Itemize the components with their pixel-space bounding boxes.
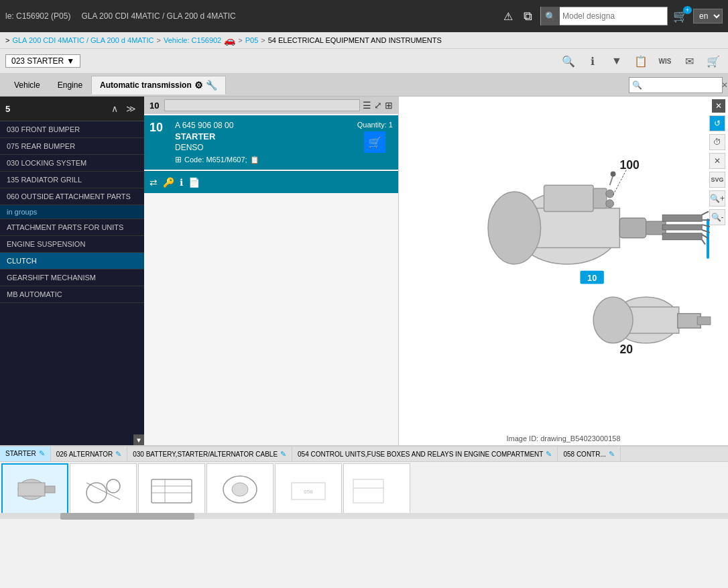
svg-rect-27 [697, 317, 711, 325]
cart-button[interactable]: 🛒+ [673, 9, 688, 23]
sidebar-expand-btn[interactable]: ≫ [123, 101, 139, 117]
breadcrumb-p05[interactable]: P05 [245, 36, 259, 44]
tab-automatic-icon1: ⚙ [194, 80, 203, 91]
tab-engine-label: Engine [58, 80, 82, 90]
action-info-icon[interactable]: ℹ [180, 177, 183, 188]
part-list-icons: ☰ ⤢ ⊞ [363, 100, 393, 111]
bottom-tab-starter[interactable]: STARTER ✎ [0, 447, 51, 462]
tab-search-input[interactable] [645, 81, 719, 89]
svg-rect-8 [662, 233, 702, 240]
tab-vehicle[interactable]: Vehicle [5, 76, 49, 95]
center-panel: 10 ☰ ⤢ ⊞ 10 A 645 906 08 00 STARTER DENS… [144, 97, 399, 445]
tab-automatic-label: Automatic transmission [100, 80, 192, 90]
sidebar-item-gearshift[interactable]: GEARSHIFT MECHANISM [0, 270, 144, 286]
svg-point-20 [610, 172, 615, 177]
sidebar-item-engine-suspension[interactable]: ENGINE SUSPENSION [0, 236, 144, 253]
filter-button[interactable]: ▼ [607, 52, 626, 70]
breadcrumb-sep-1: > [157, 36, 161, 44]
breadcrumb-vehicle[interactable]: Vehicle: C156902 [164, 36, 221, 44]
tab-engine[interactable]: Engine [49, 76, 91, 95]
zoom-in-button[interactable]: 🔍 [559, 52, 578, 70]
part-list-search[interactable] [164, 99, 360, 111]
thumbnail-4[interactable] [206, 463, 274, 513]
part-note-icon: 📋 [250, 156, 259, 164]
bottom-tab-control[interactable]: 054 CONTROL UNITS,FUSE BOXES AND RELAYS … [292, 447, 558, 462]
bottom-tab-058-edit[interactable]: ✎ [609, 450, 615, 459]
action-doc-icon[interactable]: 📄 [188, 177, 200, 188]
bottom-tab-058-label: 058 CONTR... [563, 451, 605, 458]
code-table-icon: ⊞ [175, 155, 182, 164]
bottom-tab-battery[interactable]: 030 BATTERY,STARTER/ALTERNATOR CABLE ✎ [127, 447, 292, 462]
sidebar-item-front-bumper[interactable]: 030 FRONT BUMPER [0, 121, 144, 138]
sidebar-item-rear-bumper[interactable]: 075 REAR BUMPER [0, 138, 144, 155]
list-view-icon[interactable]: ☰ [363, 100, 371, 111]
group-selector[interactable]: 023 STARTER ▼ [5, 54, 80, 68]
grid-view-icon[interactable]: ⊞ [385, 100, 393, 111]
sidebar-scroll-down[interactable]: ▼ [133, 434, 144, 445]
sidebar-header-title: 5 [5, 104, 10, 114]
bottom-tab-058[interactable]: 058 CONTR... ✎ [558, 447, 620, 462]
tab-search-clear[interactable]: ✕ [719, 80, 728, 90]
warning-button[interactable]: ⚠ [501, 7, 515, 25]
svg-point-34 [107, 479, 120, 493]
thumbnail-1[interactable] [1, 463, 68, 513]
thumbnail-5[interactable]: 058 [275, 463, 342, 513]
sidebar-item-attachment[interactable]: ATTACHMENT PARTS FOR UNITS [0, 219, 144, 236]
part-list-num: 10 [149, 101, 159, 111]
bottom-tab-starter-edit[interactable]: ✎ [39, 449, 45, 458]
tab-automatic[interactable]: Automatic transmission ⚙ 🔧 [91, 76, 226, 95]
svg-line-13 [702, 235, 709, 239]
bottom-tab-alternator[interactable]: 026 ALTERNATOR ✎ [51, 447, 127, 462]
add-to-cart-button[interactable]: 🛒 [364, 131, 385, 153]
doc-button[interactable]: 📋 [631, 52, 650, 70]
sidebar-item-radiator[interactable]: 135 RADIATOR GRILL [0, 172, 144, 188]
expand-view-icon[interactable]: ⤢ [374, 100, 382, 111]
svg-rect-15 [544, 185, 593, 211]
diagram-svg: 100 [416, 113, 712, 415]
bottom-scrollbar[interactable] [0, 513, 728, 519]
thumbnail-6[interactable] [343, 463, 410, 513]
language-select[interactable]: en de fr [693, 9, 723, 23]
sidebar-collapse-btn[interactable]: ∧ [109, 101, 121, 117]
bottom-tab-battery-edit[interactable]: ✎ [280, 450, 286, 459]
svg-point-25 [593, 297, 633, 343]
top-bar-left: le: C156902 (P05) GLA 200 CDI 4MATIC / G… [5, 11, 236, 21]
bottom-tab-alternator-edit[interactable]: ✎ [115, 450, 121, 459]
thumbnail-4-image [210, 467, 269, 512]
top-search-input[interactable] [560, 11, 667, 21]
thumbnail-3[interactable] [138, 463, 205, 513]
breadcrumb-gla[interactable]: GLA 200 CDI 4MATIC / GLA 200 d 4MATIC [12, 36, 154, 44]
bottom-tabs: STARTER ✎ 026 ALTERNATOR ✎ 030 BATTERY,S… [0, 447, 728, 462]
svg-rect-36 [151, 479, 192, 503]
thumbnail-1-image [6, 467, 64, 512]
part-name: STARTER [175, 131, 352, 141]
svg-text:058: 058 [304, 489, 313, 495]
sidebar-header: 5 ∧ ≫ [0, 97, 144, 121]
main-content: 5 ∧ ≫ 030 FRONT BUMPER 075 REAR BUMPER 0… [0, 97, 728, 445]
wis-button[interactable]: WIS [656, 52, 674, 70]
svg-point-3 [488, 192, 541, 264]
diagram-content[interactable]: 100 [399, 97, 728, 432]
thumbnail-2-image [74, 467, 133, 512]
copy-button[interactable]: ⧉ [521, 7, 535, 26]
sidebar-item-mb-automatic[interactable]: MB AUTOMATIC [0, 286, 144, 303]
mail-button[interactable]: ✉ [680, 52, 699, 70]
svg-rect-32 [45, 486, 55, 493]
part-number: A 645 906 08 00 [175, 121, 352, 130]
toolbar-cart-button[interactable]: 🛒 [704, 52, 723, 70]
tab-vehicle-label: Vehicle [14, 80, 40, 90]
bottom-scrollbar-thumb[interactable] [60, 513, 194, 520]
sidebar-item-outside[interactable]: 060 OUTSIDE ATTACHMENT PARTS [0, 188, 144, 205]
action-swap-icon[interactable]: ⇄ [149, 177, 158, 188]
sidebar-item-locking[interactable]: 030 LOCKING SYSTEM [0, 155, 144, 172]
info-button[interactable]: ℹ [583, 52, 602, 70]
breadcrumb-sep-3: > [261, 36, 265, 44]
cart-badge: + [683, 6, 692, 14]
action-key-icon[interactable]: 🔑 [163, 177, 174, 188]
sidebar-item-clutch[interactable]: CLUTCH [0, 253, 144, 270]
bottom-tab-control-edit[interactable]: ✎ [546, 450, 552, 459]
svg-rect-4 [619, 218, 646, 237]
thumbnail-2[interactable] [70, 463, 137, 513]
top-search-icon[interactable]: 🔍 [541, 7, 560, 25]
svg-line-11 [702, 225, 710, 227]
